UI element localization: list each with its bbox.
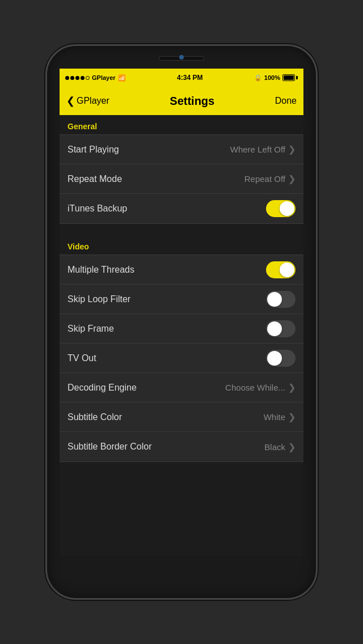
signal-dot-2	[70, 76, 74, 80]
subtitle-color-chevron-icon: ❯	[288, 412, 296, 422]
nav-bar: ❮ GPlayer Settings Done	[60, 87, 303, 115]
skip-loop-filter-row[interactable]: Skip Loop Filter	[60, 285, 303, 314]
battery-tip	[296, 76, 298, 79]
repeat-mode-value: Repeat Off ❯	[244, 173, 296, 184]
status-right: 🔒 100%	[254, 74, 298, 82]
decoding-engine-value-text: Choose While...	[225, 383, 285, 392]
itunes-backup-toggle[interactable]	[266, 200, 296, 217]
decoding-engine-row[interactable]: Decoding Engine Choose While... ❯	[60, 373, 303, 402]
decoding-engine-label: Decoding Engine	[67, 383, 137, 393]
skip-frame-row[interactable]: Skip Frame	[60, 314, 303, 344]
itunes-backup-label: iTunes Backup	[67, 204, 127, 214]
carrier-name: GPlayer	[92, 74, 116, 81]
battery-fill	[284, 75, 294, 80]
back-label: GPlayer	[77, 96, 109, 106]
status-bar: GPlayer 📶 4:34 PM 🔒 100%	[60, 69, 303, 87]
lock-icon: 🔒	[254, 74, 262, 82]
back-arrow-icon: ❮	[66, 95, 75, 107]
battery-percent: 100%	[264, 74, 280, 81]
status-time: 4:34 PM	[177, 74, 202, 82]
skip-loop-filter-toggle[interactable]	[266, 291, 296, 308]
subtitle-border-color-label: Subtitle Border Color	[67, 442, 152, 452]
back-button[interactable]: ❮ GPlayer	[66, 95, 109, 107]
itunes-backup-row[interactable]: iTunes Backup	[60, 194, 303, 223]
page-title: Settings	[170, 95, 214, 108]
general-section-header: General	[60, 115, 303, 134]
repeat-mode-row[interactable]: Repeat Mode Repeat Off ❯	[60, 164, 303, 194]
phone-screen: GPlayer 📶 4:34 PM 🔒 100% ❮ GPlayer	[60, 69, 303, 556]
tv-out-row[interactable]: TV Out	[60, 344, 303, 373]
phone-shell: GPlayer 📶 4:34 PM 🔒 100% ❮ GPlayer	[45, 44, 318, 600]
signal-dot-3	[75, 76, 79, 80]
signal-dot-1	[65, 76, 69, 80]
skip-frame-toggle[interactable]	[266, 320, 296, 337]
skip-frame-toggle-thumb	[267, 321, 282, 336]
subtitle-color-label: Subtitle Color	[67, 412, 122, 422]
start-playing-value-text: Where Left Off	[230, 145, 285, 154]
wifi-icon: 📶	[118, 74, 126, 82]
signal-bars	[65, 76, 90, 80]
repeat-mode-value-text: Repeat Off	[244, 174, 285, 184]
repeat-mode-chevron-icon: ❯	[288, 173, 296, 184]
multiple-threads-row[interactable]: Multiple Threads	[60, 255, 303, 285]
camera-dot	[179, 55, 184, 60]
status-left: GPlayer 📶	[65, 74, 126, 82]
skip-loop-filter-label: Skip Loop Filter	[67, 294, 130, 304]
settings-content: General Start Playing Where Left Off ❯ R…	[60, 115, 303, 556]
battery-body	[282, 74, 295, 81]
subtitle-color-value: White ❯	[264, 412, 296, 422]
skip-loop-filter-toggle-thumb	[267, 292, 282, 307]
repeat-mode-label: Repeat Mode	[67, 174, 122, 184]
multiple-threads-toggle-thumb	[280, 262, 294, 277]
subtitle-border-color-value-text: Black	[264, 442, 285, 452]
battery-icon	[282, 74, 298, 81]
spacer-1	[60, 224, 303, 235]
subtitle-border-color-chevron-icon: ❯	[288, 442, 296, 452]
tv-out-toggle-thumb	[267, 351, 282, 366]
video-settings-group: Multiple Threads Skip Loop Filter Skip F…	[60, 255, 303, 462]
skip-frame-label: Skip Frame	[67, 324, 114, 334]
decoding-engine-value: Choose While... ❯	[225, 382, 296, 393]
subtitle-border-color-value: Black ❯	[264, 442, 296, 452]
multiple-threads-label: Multiple Threads	[67, 265, 134, 275]
multiple-threads-toggle[interactable]	[266, 261, 296, 278]
signal-dot-4	[81, 76, 85, 80]
subtitle-color-row[interactable]: Subtitle Color White ❯	[60, 402, 303, 432]
start-playing-chevron-icon: ❯	[288, 144, 296, 155]
subtitle-color-value-text: White	[264, 412, 285, 422]
tv-out-label: TV Out	[67, 353, 96, 363]
itunes-backup-toggle-thumb	[280, 201, 294, 216]
start-playing-label: Start Playing	[67, 145, 119, 155]
decoding-engine-chevron-icon: ❯	[288, 382, 296, 393]
done-button[interactable]: Done	[275, 96, 297, 106]
tv-out-toggle[interactable]	[266, 350, 296, 367]
general-settings-group: Start Playing Where Left Off ❯ Repeat Mo…	[60, 134, 303, 224]
subtitle-border-color-row[interactable]: Subtitle Border Color Black ❯	[60, 432, 303, 461]
video-section-header: Video	[60, 235, 303, 255]
signal-dot-5	[86, 76, 90, 80]
start-playing-row[interactable]: Start Playing Where Left Off ❯	[60, 135, 303, 164]
start-playing-value: Where Left Off ❯	[230, 144, 296, 155]
